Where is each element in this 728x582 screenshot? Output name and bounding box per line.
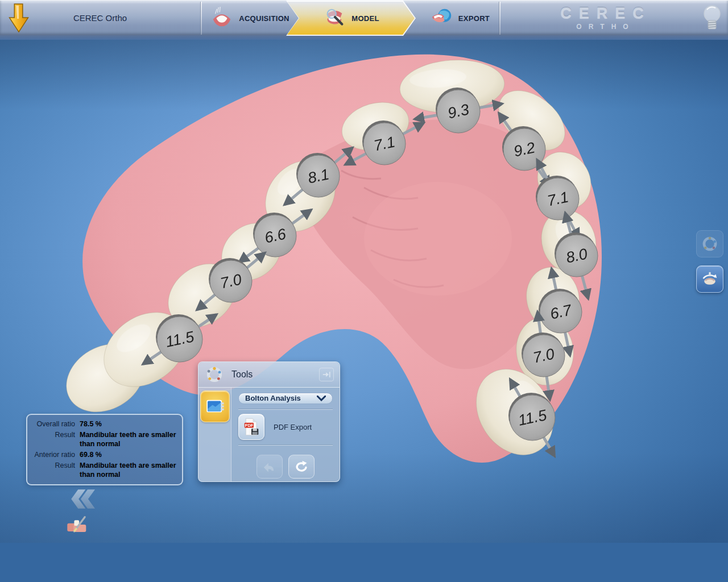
measurement-disc-rim (156, 314, 201, 360)
svg-text:PDF: PDF (245, 423, 254, 428)
nav-step-label: ACQUISITION (239, 14, 289, 23)
measurement-disc-rim (362, 120, 404, 163)
measurement-disc-rim (539, 289, 581, 331)
measurement-bar (284, 148, 353, 205)
logo-line1: CEREC (515, 6, 697, 21)
export-globe-icon (429, 6, 453, 30)
measurement-value: 8.1 (307, 165, 331, 186)
collapse-arrow-icon (322, 370, 331, 379)
pdf-export-button[interactable]: PDF PDF Export (238, 414, 333, 440)
measurement-disc (363, 123, 406, 165)
double-chevron-left-icon (65, 488, 95, 510)
measurement-bar (239, 210, 311, 262)
result-value: Mandibular teeth are smaller than normal (80, 430, 177, 448)
wf-step-upper-jaw-scan[interactable] (65, 513, 663, 540)
pdf-icon-button[interactable]: PDF (238, 414, 264, 440)
measurement-bar (345, 123, 424, 164)
undo-redo-row (238, 455, 333, 479)
bolton-results-panel: Overall ratio 78.5 % Result Mandibular t… (26, 414, 183, 485)
measurement-disc (503, 128, 545, 171)
nav-step-label: MODEL (351, 14, 379, 23)
result-row: Overall ratio 78.5 % (32, 419, 177, 429)
redo-rotate-button[interactable] (288, 455, 315, 479)
nav-step-model[interactable]: MODEL (286, 1, 416, 36)
workflow-bar: Analyse Model (65, 488, 663, 529)
measurement-bar (510, 379, 555, 456)
nav-step-export[interactable]: EXPORT (406, 1, 514, 36)
measurement-bar (537, 160, 578, 238)
pdf-export-label: PDF Export (274, 423, 312, 431)
result-label: Anterior ratio (32, 450, 75, 459)
nav-step-label: EXPORT (458, 14, 490, 23)
measurement-bar (143, 314, 216, 364)
measurement-value: 9.2 (512, 139, 537, 160)
logo-line2: ORTHO (515, 23, 697, 30)
lightbulb-icon (702, 3, 722, 34)
measurement-value: 6.6 (263, 225, 288, 246)
result-value: Mandibular teeth are smaller than normal (80, 461, 177, 479)
result-value: 69.8 % (80, 450, 177, 459)
measurement-disc-rim (209, 258, 251, 300)
measurement-disc (157, 317, 202, 362)
measurement-disc (537, 178, 579, 220)
tools-panel-main: Bolton Analysis PDF (231, 388, 340, 482)
help-lightbulb-button[interactable] (702, 3, 722, 34)
result-row: Result Mandibular teeth are smaller than… (32, 461, 177, 479)
teeth-highlights (112, 68, 573, 420)
measurement-disc (523, 335, 565, 377)
measurement-disc-rim (436, 88, 479, 131)
measurement-value: 11.5 (516, 406, 549, 429)
cerec-ortho-logo: CEREC ORTHO (515, 6, 697, 30)
measurement-bar (197, 253, 265, 310)
tools-panel-header: Tools (198, 362, 340, 388)
undo-button[interactable] (257, 455, 283, 479)
measurement-disc (297, 155, 340, 197)
measurement-bar (537, 312, 550, 400)
workflow-bar-inner: Analyse Model (65, 488, 663, 543)
tools-tab-strip (198, 388, 231, 482)
nav-step-acquisition[interactable]: ACQUISITION (202, 1, 297, 36)
measurement-disc-rim (522, 332, 564, 375)
workflow-steps: Analyse Model (65, 513, 663, 543)
measurement-bar (499, 113, 549, 186)
analysis-screen-icon (204, 396, 226, 417)
separator (238, 445, 333, 446)
measurement-value: 6.7 (549, 301, 574, 322)
gum-and-palate (82, 55, 602, 463)
separator (238, 409, 333, 410)
result-label: Overall ratio (32, 419, 75, 429)
tools-ring-icon (204, 364, 225, 385)
analysis-type-dropdown[interactable]: Bolton Analysis (238, 393, 333, 404)
tools-panel-title: Tools (231, 369, 253, 380)
dropdown-value: Bolton Analysis (245, 394, 301, 402)
measurement-disc (540, 291, 582, 333)
pdf-export-icon: PDF (241, 417, 262, 437)
analysis-tab[interactable] (200, 390, 230, 422)
measurement-disc-rim (555, 232, 597, 275)
rotate-jaw-icon (700, 269, 720, 289)
chevron-down-icon (317, 396, 326, 401)
undo-arrow-icon (260, 458, 279, 476)
app-title: CEREC Ortho (0, 13, 200, 23)
top-bar: CEREC Ortho ACQUISITION MODEL (0, 0, 728, 35)
measurement-disc (210, 260, 252, 302)
workflow-scroll-prev-button[interactable] (65, 488, 663, 513)
rotate-model-button[interactable] (696, 265, 723, 293)
model-magnifier-icon (322, 6, 346, 30)
measurement-disc (510, 395, 555, 440)
tools-collapse-button[interactable] (319, 368, 334, 381)
measurement-disc (254, 215, 296, 257)
result-row: Anterior ratio 69.8 % (32, 450, 177, 459)
measurement-disc-rim (296, 153, 338, 195)
measurement-disc-rim (253, 213, 295, 255)
tools-ring-icon (700, 234, 719, 253)
measurement-value: 7.1 (373, 133, 397, 154)
measurement-bar (552, 269, 570, 356)
topbar-shadow-strip (0, 35, 728, 40)
view-options-button[interactable] (696, 230, 723, 257)
measurement-bar (565, 213, 588, 299)
measurement-disc-rim (536, 176, 578, 218)
measurement-value: 8.0 (565, 245, 589, 266)
measurement-bar (415, 103, 502, 119)
model-viewport[interactable]: 9.37.18.16.67.011.59.27.18.06.77.011.5 O… (0, 40, 728, 543)
